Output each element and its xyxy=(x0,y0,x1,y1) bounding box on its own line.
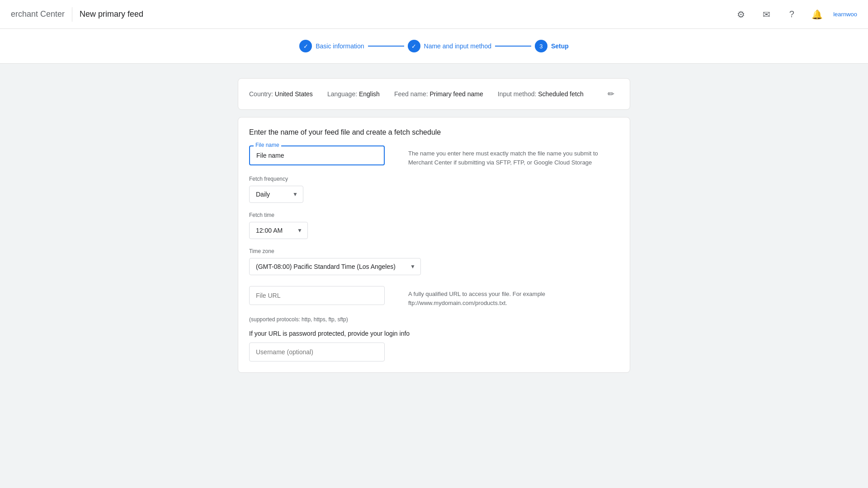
password-section-title: If your URL is password protected, provi… xyxy=(249,330,619,337)
file-name-row: File name The name you enter here must e… xyxy=(249,145,619,167)
step-1-label: Basic information xyxy=(316,42,364,50)
header-actions: ⚙ ✉ ? 🔔 learnwoo xyxy=(732,5,857,23)
mail-icon: ✉ xyxy=(763,9,770,20)
help-icon: ? xyxy=(789,9,794,19)
step-connector-2 xyxy=(495,46,531,47)
header-divider xyxy=(72,7,72,22)
file-url-col-left xyxy=(249,286,394,307)
stepper-container: ✓ Basic information ✓ Name and input met… xyxy=(0,29,868,64)
fetch-time-label: Fetch time xyxy=(249,212,619,218)
notifications-icon: 🔔 xyxy=(811,9,823,20)
step-2-circle: ✓ xyxy=(408,40,420,52)
mail-button[interactable]: ✉ xyxy=(757,5,775,23)
fetch-frequency-select[interactable]: Daily Weekly Monthly xyxy=(249,186,303,203)
timezone-select[interactable]: (GMT-08:00) Pacific Standard Time (Los A… xyxy=(249,258,421,275)
summary-input-method-value: Scheduled fetch xyxy=(538,90,583,98)
username-section xyxy=(249,343,619,361)
help-button[interactable]: ? xyxy=(783,5,801,23)
page-title: New primary feed xyxy=(80,9,143,19)
fetch-time-wrapper: 12:00 AM 1:00 AM 2:00 AM 6:00 AM 12:00 P… xyxy=(249,222,308,239)
header: erchant Center New primary feed ⚙ ✉ ? 🔔 … xyxy=(0,0,868,29)
stepper: ✓ Basic information ✓ Name and input met… xyxy=(299,40,569,52)
fetch-time-section: Fetch time 12:00 AM 1:00 AM 2:00 AM 6:00… xyxy=(249,212,619,239)
summary-country: Country: United States xyxy=(249,90,313,98)
brand-name: erchant Center xyxy=(11,9,65,19)
file-name-col-left: File name xyxy=(249,145,394,167)
step-connector-1 xyxy=(368,46,404,47)
form-section-title: Enter the name of your feed file and cre… xyxy=(249,128,619,136)
summary-input-method: Input method: Scheduled fetch xyxy=(498,90,584,98)
summary-feed-name: Feed name: Primary feed name xyxy=(394,90,483,98)
learnwood-logo: learnwoo xyxy=(833,11,857,18)
settings-icon: ⚙ xyxy=(737,9,745,20)
edit-icon: ✏ xyxy=(608,89,614,99)
file-name-input[interactable] xyxy=(249,145,385,165)
timezone-wrapper: (GMT-08:00) Pacific Standard Time (Los A… xyxy=(249,258,421,275)
edit-button[interactable]: ✏ xyxy=(603,86,619,102)
step-2-icon: ✓ xyxy=(411,43,416,50)
notifications-button[interactable]: 🔔 xyxy=(808,5,826,23)
file-name-hint: The name you enter here must exactly mat… xyxy=(408,145,619,167)
fetch-frequency-wrapper: Daily Weekly Monthly ▼ xyxy=(249,186,303,203)
supported-protocols: (supported protocols: http, https, ftp, … xyxy=(249,316,619,323)
step-3-label: Setup xyxy=(551,42,569,50)
settings-button[interactable]: ⚙ xyxy=(732,5,750,23)
file-name-field-label: File name xyxy=(254,142,281,148)
learnwood-label: learnwoo xyxy=(833,11,857,18)
step-3-circle: 3 xyxy=(535,40,547,52)
file-name-field-wrapper: File name xyxy=(249,145,385,165)
fetch-frequency-section: Fetch frequency Daily Weekly Monthly ▼ xyxy=(249,176,619,203)
summary-card: Country: United States Language: English… xyxy=(238,78,630,110)
summary-language: Language: English xyxy=(327,90,380,98)
timezone-label: Time zone xyxy=(249,248,619,254)
username-input[interactable] xyxy=(249,343,385,361)
step-1-icon: ✓ xyxy=(303,43,308,50)
header-brand: erchant Center xyxy=(11,9,65,19)
fetch-time-select[interactable]: 12:00 AM 1:00 AM 2:00 AM 6:00 AM 12:00 P… xyxy=(249,222,308,239)
summary-feed-name-value: Primary feed name xyxy=(429,90,483,98)
step-2-label: Name and input method xyxy=(424,42,491,50)
step-1-circle: ✓ xyxy=(299,40,312,52)
step-2: ✓ Name and input method xyxy=(408,40,491,52)
fetch-frequency-label: Fetch frequency xyxy=(249,176,619,182)
step-3: 3 Setup xyxy=(535,40,569,52)
file-url-input[interactable] xyxy=(249,286,385,305)
step-3-icon: 3 xyxy=(539,43,542,50)
file-url-field-wrapper xyxy=(249,286,385,305)
file-url-hint: A fully qualified URL to access your fil… xyxy=(408,286,619,307)
main-content: Country: United States Language: English… xyxy=(231,78,637,373)
username-field-wrapper xyxy=(249,343,385,361)
summary-country-value: United States xyxy=(275,90,313,98)
step-1: ✓ Basic information xyxy=(299,40,364,52)
summary-language-value: English xyxy=(359,90,380,98)
file-url-row: A fully qualified URL to access your fil… xyxy=(249,286,619,307)
form-card: Enter the name of your feed file and cre… xyxy=(238,117,630,373)
timezone-section: Time zone (GMT-08:00) Pacific Standard T… xyxy=(249,248,619,275)
